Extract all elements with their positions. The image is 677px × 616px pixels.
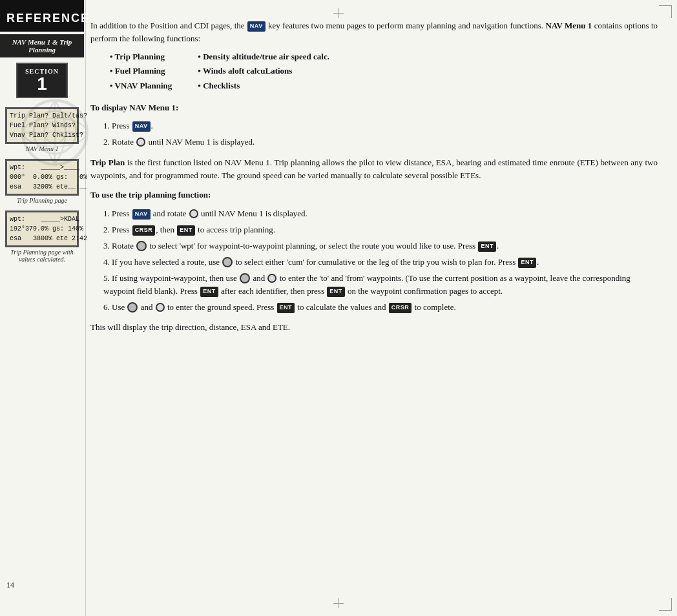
nav-menu-bold: NAV Menu 1: [545, 21, 592, 30]
knob-6: [156, 303, 165, 312]
sidebar-divider: [85, 0, 86, 616]
bullets-right: Density altitude/true air speed calc. Wi…: [198, 50, 329, 92]
bullet-checklists: Checklists: [198, 79, 329, 92]
bullet-columns: Trip Planning Fuel Planning VNAV Plannin…: [110, 50, 658, 93]
bullet-density: Density altitude/true air speed calc.: [198, 50, 329, 63]
step-text-5c: after each identifier, then press: [219, 286, 327, 296]
step-num-4: 4. If you have selected a route, use: [103, 257, 222, 267]
gps-watermark: [19, 97, 90, 168]
corner-mark-br: [659, 598, 672, 611]
section-number: 1: [20, 75, 64, 93]
conclusion: This will display the trip direction, di…: [90, 321, 658, 334]
use-step-1: 1. Press NAV and rotate until NAV Menu 1…: [103, 207, 658, 220]
sidebar-subtitle: NAV Menu 1 & Trip Planning: [0, 33, 84, 57]
step-text-6b: to enter the ground speed. Press: [165, 302, 276, 312]
sidebar-title: REFERENCE: [6, 12, 78, 25]
ent-key-6: ENT: [277, 303, 295, 313]
sidebar-header: REFERENCE: [0, 0, 84, 32]
section-box: Section 1: [16, 63, 68, 98]
nav-key-d1: NAV: [132, 121, 151, 132]
step-num-5: 5. If using waypoint-waypoint, then use: [103, 273, 239, 283]
nav-key-1: NAV: [132, 209, 151, 220]
crsr-key-2: CRSR: [132, 225, 156, 236]
ent-key-4: ENT: [518, 258, 536, 268]
bullet-col-right: Density altitude/true air speed calc. Wi…: [198, 50, 329, 93]
ent-key-2: ENT: [177, 225, 195, 236]
step-text-2b: to access trip planning.: [196, 225, 275, 234]
step-num-3: 3. Rotate: [103, 241, 136, 251]
trip-planning-caption: Trip Planning page: [5, 197, 79, 204]
use-step-2: 2. Press CRSR, then ENT to access trip p…: [103, 223, 658, 236]
corner-mark-tr: [659, 5, 672, 18]
step-text-2a: , then: [156, 225, 176, 234]
step-text-d2: until NAV Menu 1 is displayed.: [146, 137, 255, 147]
crsr-key-6: CRSR: [389, 303, 412, 313]
step-text-3b: .: [497, 241, 499, 251]
bullet-col-left: Trip Planning Fuel Planning VNAV Plannin…: [110, 50, 172, 93]
nav-key-inline: NAV: [247, 21, 266, 32]
use-step-5: 5. If using waypoint-waypoint, then use …: [103, 272, 658, 298]
bullets-left: Trip Planning Fuel Planning VNAV Plannin…: [110, 50, 172, 92]
display-nav-title: To display NAV Menu 1:: [90, 101, 658, 114]
display-step-2: 2. Rotate until NAV Menu 1 is displayed.: [103, 136, 658, 149]
use-step-4: 4. If you have selected a route, use to …: [103, 256, 658, 269]
cross-bottom: [333, 598, 344, 608]
step-text-6a: and: [138, 302, 154, 312]
intro-paragraph: In addition to the Position and CDI page…: [90, 19, 658, 45]
knob-1: [189, 209, 198, 218]
step-text-4a: to select either 'cum' for cumulative or…: [233, 257, 517, 267]
step-text-3a: to select 'wpt' for waypoint-to-waypoint…: [147, 241, 477, 251]
cross-top: [333, 8, 344, 18]
knob-large-4: [222, 257, 233, 267]
step-num-1: 1. Press: [103, 209, 132, 218]
knob-large-3: [136, 241, 147, 251]
trip-planning-values-screen: wpt: _____>KDAL 192°379.0% gs: 140% esa …: [5, 210, 79, 247]
bullet-vnav-planning: VNAV Planning: [110, 79, 172, 92]
knob-5: [267, 274, 276, 283]
display-step-1: 1. Press NAV.: [103, 119, 658, 132]
step-text-1b: until NAV Menu 1 is displayed.: [199, 209, 307, 218]
use-step-3: 3. Rotate to select 'wpt' for waypoint-t…: [103, 240, 658, 252]
bullet-fuel-planning: Fuel Planning: [110, 65, 172, 77]
bullet-trip-planning: Trip Planning: [110, 50, 172, 63]
sidebar: REFERENCE NAV Menu 1 & Trip Planning Sec…: [0, 0, 84, 616]
knob-large-5: [240, 273, 250, 283]
step-text-5d: on the waypoint confirmation pages to ac…: [346, 286, 503, 296]
step-text-4b: .: [537, 257, 539, 267]
trip-planning-values-caption: Trip Planning page with values calculate…: [5, 249, 79, 263]
ent-key-5b: ENT: [327, 287, 345, 297]
step-num-6: 6. Use: [103, 302, 127, 312]
use-step-6: 6. Use and to enter the ground speed. Pr…: [103, 301, 658, 314]
step-num-2: 2. Press: [103, 225, 132, 234]
knob-d2: [136, 138, 145, 147]
step-text-6c: to calculate the values and: [295, 302, 388, 312]
ent-key-5a: ENT: [200, 287, 218, 297]
step-text-1a: and rotate: [151, 209, 189, 218]
page-number: 14: [6, 580, 14, 590]
trip-plan-bold: Trip Plan: [90, 158, 125, 167]
step-text-d1: .: [151, 121, 153, 130]
trip-plan-intro: Trip Plan is the first function listed o…: [90, 156, 658, 182]
use-trip-title: To use the trip planning function:: [90, 189, 658, 201]
step-text-6d: to complete.: [412, 302, 456, 312]
step-text-5a: and: [251, 273, 267, 283]
ent-key-3: ENT: [478, 241, 496, 252]
main-content: In addition to the Position and CDI page…: [90, 19, 658, 597]
step-num-d1: 1. Press: [103, 121, 132, 130]
knob-large-6: [127, 302, 138, 313]
bullet-winds: Winds aloft calcuLations: [198, 65, 329, 77]
step-num-d2: 2. Rotate: [103, 137, 136, 147]
